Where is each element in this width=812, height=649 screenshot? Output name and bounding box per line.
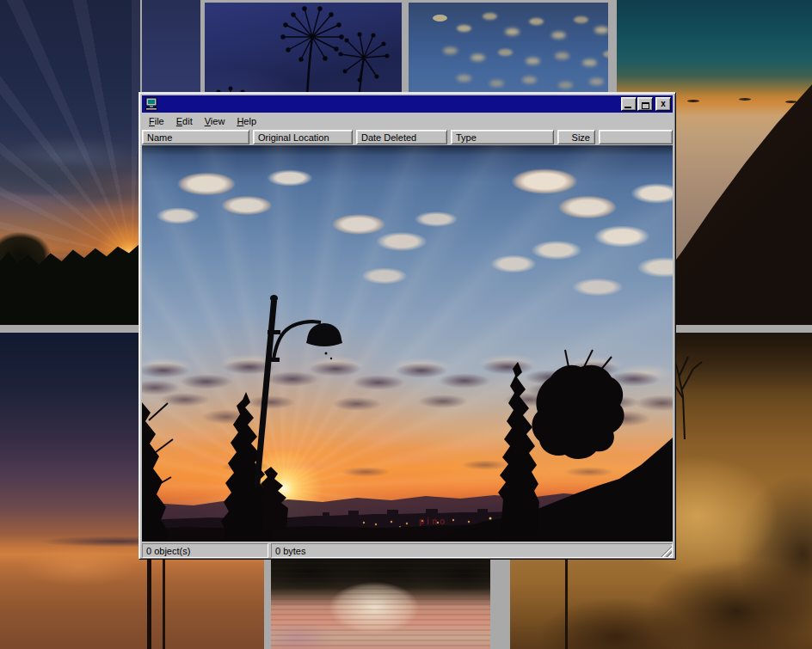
photo-watermark: pino — [419, 517, 447, 526]
status-objects: 0 object(s) — [142, 543, 268, 558]
lamp-head — [306, 323, 342, 346]
column-header-original-location[interactable]: Original Location — [253, 130, 353, 144]
status-bytes: 0 bytes — [271, 543, 673, 558]
column-header-blank[interactable] — [599, 130, 673, 144]
column-header-type[interactable]: Type — [451, 130, 554, 144]
computer-icon — [145, 97, 158, 111]
menu-item-help[interactable]: Help — [231, 114, 262, 129]
sunset-rays-photo — [0, 0, 140, 325]
status-bar: 0 object(s) 0 bytes — [142, 543, 673, 558]
column-header-date-deleted[interactable]: Date Deleted — [356, 130, 447, 144]
minimize-button[interactable] — [621, 97, 637, 111]
small-tree-silhouette — [669, 345, 721, 439]
right-cypress-tree — [498, 362, 539, 542]
silhouette-layer — [142, 145, 673, 542]
close-icon: x — [661, 100, 666, 108]
column-header-row: Name Original Location Date Deleted Type… — [142, 130, 673, 145]
column-header-size[interactable]: Size — [557, 130, 595, 144]
menu-item-file[interactable]: File — [143, 114, 170, 129]
maximize-icon — [642, 102, 649, 109]
water-pole — [163, 558, 165, 649]
menu-item-view[interactable]: View — [199, 114, 231, 129]
maximize-button[interactable] — [637, 97, 653, 111]
recycle-bin-window: x File Edit View Help Name Original Loca… — [138, 92, 676, 560]
titlebar[interactable]: x — [142, 95, 673, 113]
twilight-strip-photo — [142, 0, 200, 92]
street-lamp — [254, 295, 342, 487]
sunset-lamp-photo: pino — [142, 145, 673, 542]
right-bushy-tree — [532, 365, 624, 459]
minimize-icon — [624, 107, 631, 108]
column-header-name[interactable]: Name — [142, 130, 249, 144]
water-pole — [147, 554, 151, 649]
list-view-area: pino — [142, 145, 673, 542]
menu-item-edit[interactable]: Edit — [170, 114, 199, 129]
menubar: File Edit View Help — [142, 113, 673, 130]
close-button[interactable]: x — [655, 97, 671, 111]
desktop: { "desktop": { "gutter_color": "#a9a9a9"… — [0, 0, 812, 649]
water-reflection-photo — [271, 557, 490, 649]
cloud-speckles — [433, 15, 447, 21]
